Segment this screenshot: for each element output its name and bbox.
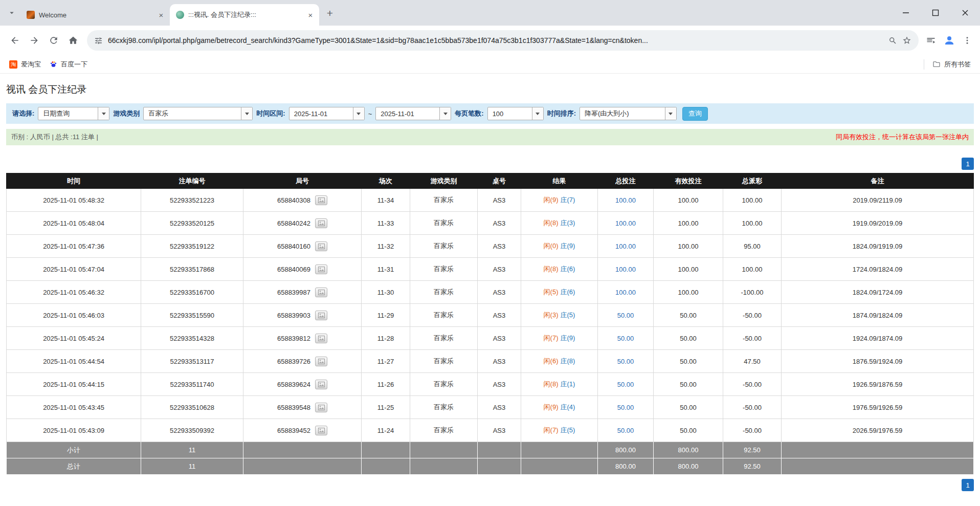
total-label: 总计 <box>7 458 141 475</box>
chevron-down-icon[interactable] <box>353 107 364 120</box>
media-controls-icon[interactable] <box>926 35 936 46</box>
view-round-result-icon[interactable] <box>315 218 327 228</box>
tab-welcome[interactable]: Welcome × <box>20 4 170 26</box>
total-row: 总计 11 800.00 800.00 92.50 <box>7 458 974 475</box>
view-round-result-icon[interactable] <box>315 357 327 366</box>
total-valid-bet: 800.00 <box>654 458 723 475</box>
view-round-result-icon[interactable] <box>315 265 327 274</box>
chevron-down-icon[interactable] <box>98 107 109 120</box>
address-bar[interactable]: 66cxkj98.com/ipl/portal.php/game/betreco… <box>87 30 919 51</box>
cell-total-bet: 100.00 <box>598 281 654 304</box>
cell-total-bet: 100.00 <box>598 235 654 258</box>
table-header-cell: 桌号 <box>478 173 521 189</box>
view-round-result-icon[interactable] <box>315 311 327 320</box>
new-tab-button[interactable]: + <box>322 6 338 21</box>
cell-note: 2026.59/1976.59 <box>782 419 974 442</box>
cell-bet-number: 522933513117 <box>141 350 243 373</box>
total-bet-link[interactable]: 100.00 <box>615 243 636 250</box>
bookmark-baidu[interactable]: 百度一下 <box>45 57 92 72</box>
forward-button[interactable] <box>25 31 44 50</box>
subtotal-row: 小计 11 800.00 800.00 92.50 <box>7 442 974 458</box>
result-player: 闲(3) <box>544 311 559 319</box>
view-round-result-icon[interactable] <box>315 241 327 251</box>
page-1-button[interactable]: 1 <box>962 158 974 170</box>
total-bet-link[interactable]: 50.00 <box>617 427 634 434</box>
cell-session: 11-32 <box>362 235 410 258</box>
view-round-result-icon[interactable] <box>315 288 327 297</box>
cell-payout: -50.00 <box>723 373 782 396</box>
minimize-button[interactable] <box>891 0 921 26</box>
total-bet-link[interactable]: 100.00 <box>615 196 636 204</box>
game-type-select[interactable]: 百家乐 <box>143 107 253 120</box>
browser-window: Welcome × :::视讯. 会员下注纪录::: × + 66cxkj98.… <box>0 0 980 74</box>
refresh-button[interactable] <box>44 31 63 50</box>
view-round-result-icon[interactable] <box>315 426 327 435</box>
date-to-select[interactable]: 2025-11-01 <box>375 107 451 120</box>
result-banker: 庄(7) <box>561 196 575 204</box>
page-1-button[interactable]: 1 <box>962 479 974 491</box>
zoom-icon[interactable] <box>888 36 897 45</box>
total-bet-link[interactable]: 50.00 <box>617 381 634 388</box>
tab-bet-records[interactable]: :::视讯. 会员下注纪录::: × <box>170 4 319 26</box>
result-banker: 庄(5) <box>561 311 575 319</box>
bookmark-taobao[interactable]: 淘 爱淘宝 <box>5 57 45 72</box>
cell-bet-number: 522933517868 <box>141 258 243 281</box>
cell-game-type: 百家乐 <box>410 189 478 212</box>
cell-session: 11-33 <box>362 212 410 235</box>
total-bet-link[interactable]: 100.00 <box>615 266 636 273</box>
view-round-result-icon[interactable] <box>315 195 327 205</box>
total-bet-link[interactable]: 100.00 <box>615 289 636 296</box>
all-bookmarks-button[interactable]: 所有书签 <box>928 57 975 72</box>
chevron-down-icon[interactable] <box>439 107 451 120</box>
home-button[interactable] <box>63 31 83 50</box>
table-header-cell: 场次 <box>362 173 410 189</box>
tab-strip: Welcome × :::视讯. 会员下注纪录::: × + <box>0 0 980 26</box>
cell-note: 1976.59/1926.59 <box>782 396 974 419</box>
total-bet-link[interactable]: 50.00 <box>617 335 634 342</box>
view-round-result-icon[interactable] <box>315 380 327 389</box>
view-round-result-icon[interactable] <box>315 334 327 343</box>
cell-session: 11-28 <box>362 327 410 350</box>
date-from-select[interactable]: 2025-11-01 <box>289 107 365 120</box>
round-number-text: 658839903 <box>277 312 310 319</box>
total-bet-link[interactable]: 50.00 <box>617 358 634 365</box>
cell-total-bet: 100.00 <box>598 258 654 281</box>
search-button[interactable]: 查询 <box>682 107 708 121</box>
result-banker: 庄(6) <box>561 288 575 296</box>
result-player: 闲(8) <box>544 265 559 273</box>
site-info-icon[interactable] <box>94 36 103 45</box>
folder-icon <box>932 60 941 69</box>
maximize-button[interactable] <box>921 0 950 26</box>
cell-round-number: 658839624 <box>243 373 362 396</box>
query-type-select[interactable]: 日期查询 <box>38 107 109 120</box>
bookmark-star-icon[interactable] <box>902 36 911 45</box>
cell-round-number: 658840069 <box>243 258 362 281</box>
profile-avatar-icon[interactable] <box>943 34 955 47</box>
view-round-result-icon[interactable] <box>315 403 327 412</box>
back-button[interactable] <box>5 31 25 50</box>
chevron-down-icon[interactable] <box>241 107 252 120</box>
round-number-text: 658839548 <box>277 404 310 411</box>
cell-bet-number: 522933509392 <box>141 419 243 442</box>
chevron-down-icon[interactable] <box>532 107 543 120</box>
total-bet-link[interactable]: 50.00 <box>617 312 634 319</box>
cell-payout: -50.00 <box>723 419 782 442</box>
sort-order-select[interactable]: 降幂(由大到小) <box>580 107 677 120</box>
cell-payout: 100.00 <box>723 258 782 281</box>
tab-search-button[interactable] <box>4 6 19 21</box>
page-size-select[interactable]: 100 <box>487 107 544 120</box>
result-banker: 庄(1) <box>561 380 575 388</box>
total-bet-link[interactable]: 50.00 <box>617 404 634 411</box>
result-player: 闲(9) <box>544 403 559 411</box>
cell-time: 2025-11-01 05:43:45 <box>7 396 141 419</box>
table-header-cell: 注单编号 <box>141 173 243 189</box>
close-tab-icon[interactable]: × <box>157 10 166 19</box>
table-row: 2025-11-01 05:43:09 522933509392 6588394… <box>7 419 974 442</box>
url-text[interactable]: 66cxkj98.com/ipl/portal.php/game/betreco… <box>108 36 883 45</box>
chevron-down-icon[interactable] <box>665 107 676 120</box>
cell-time: 2025-11-01 05:48:32 <box>7 189 141 212</box>
menu-dots-icon[interactable] <box>963 36 972 45</box>
close-window-button[interactable] <box>950 0 980 26</box>
total-bet-link[interactable]: 100.00 <box>615 219 636 227</box>
close-tab-icon[interactable]: × <box>306 10 315 19</box>
